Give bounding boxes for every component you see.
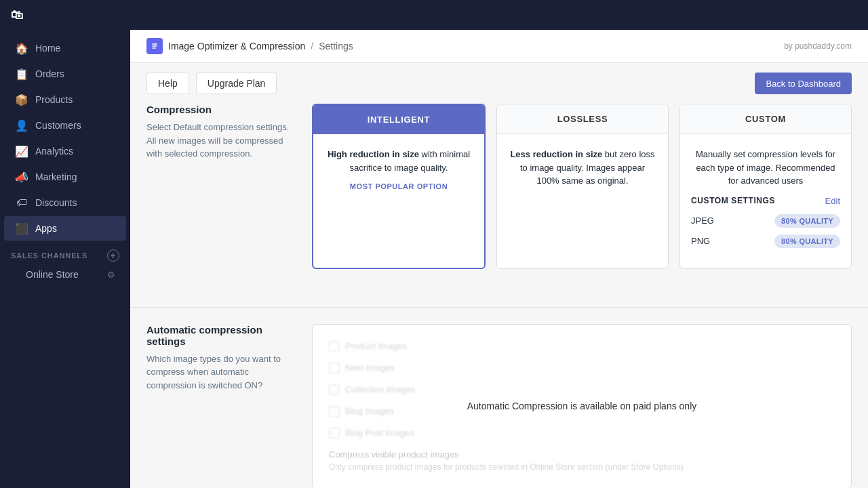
customers-icon: 👤 bbox=[15, 119, 28, 132]
checkbox-blog-images bbox=[329, 406, 340, 417]
app-icon bbox=[146, 38, 163, 54]
custom-card-body: Manually set compression levels for each… bbox=[680, 134, 851, 268]
auto-desc-text: Which image types do you want to compres… bbox=[146, 352, 296, 392]
compression-desc-text: Select Default compression settings. All… bbox=[146, 121, 296, 161]
sidebar-item-home[interactable]: 🏠 Home bbox=[4, 36, 126, 60]
topbar-logo: 🛍 bbox=[11, 8, 23, 22]
sidebar-item-apps-label: Apps bbox=[35, 223, 57, 234]
sidebar-item-customers[interactable]: 👤 Customers bbox=[4, 113, 126, 138]
breadcrumb: Image Optimizer & Compression / Settings bbox=[146, 38, 353, 54]
sidebar-item-apps[interactable]: ⬛ Apps bbox=[4, 216, 126, 241]
lossless-card-body: Less reduction in size but zero loss to … bbox=[497, 134, 668, 209]
sidebar-item-discounts-label: Discounts bbox=[35, 197, 77, 208]
paid-plans-overlay: Automatic Compression is available on pa… bbox=[456, 395, 708, 417]
products-icon: 📦 bbox=[15, 93, 28, 106]
online-store-settings-icon[interactable]: ⚙ bbox=[107, 270, 115, 280]
option-blog-images-label: Blog Images bbox=[345, 406, 394, 416]
custom-settings-label: CUSTOM SETTINGS bbox=[691, 196, 775, 205]
marketing-icon: 📣 bbox=[15, 170, 28, 184]
breadcrumb-separator: / bbox=[311, 41, 313, 52]
sidebar-item-orders-label: Orders bbox=[35, 68, 64, 79]
discounts-icon: 🏷 bbox=[15, 196, 28, 209]
sidebar-item-marketing-label: Marketing bbox=[35, 171, 77, 182]
page-header: Image Optimizer & Compression / Settings… bbox=[130, 30, 868, 63]
apps-icon: ⬛ bbox=[15, 222, 28, 235]
png-quality-row: PNG 80% QUALITY bbox=[691, 235, 840, 248]
jpeg-quality-badge: 80% QUALITY bbox=[774, 214, 840, 228]
lossless-card-desc: Less reduction in size but zero loss to … bbox=[508, 148, 657, 188]
help-button[interactable]: Help bbox=[146, 73, 189, 94]
header-right: by pushdaddy.com bbox=[784, 41, 852, 51]
compression-cards: INTELLIGENT High reduction in size with … bbox=[312, 104, 852, 269]
main-layout: 🏠 Home 📋 Orders 📦 Products 👤 Customers 📈… bbox=[0, 30, 868, 488]
orders-icon: 📋 bbox=[15, 67, 28, 81]
analytics-icon: 📈 bbox=[15, 144, 28, 158]
sidebar-item-home-label: Home bbox=[35, 43, 60, 54]
topbar: 🛍 bbox=[0, 0, 868, 30]
checkbox-collection-images bbox=[329, 384, 340, 395]
breadcrumb-current-page: Settings bbox=[319, 41, 353, 52]
popular-badge: MOST POPULAR OPTION bbox=[324, 182, 473, 190]
auto-section-row: Automatic compression settings Which ima… bbox=[146, 324, 852, 489]
lossless-card-header: LOSSLESS bbox=[497, 104, 668, 134]
sidebar-item-analytics[interactable]: 📈 Analytics bbox=[4, 139, 126, 163]
option-blog-post-images: Blog Post Images bbox=[329, 428, 835, 439]
intelligent-card[interactable]: INTELLIGENT High reduction in size with … bbox=[312, 104, 486, 269]
back-to-dashboard-button[interactable]: Back to Dashboard bbox=[755, 73, 852, 94]
sidebar-item-marketing[interactable]: 📣 Marketing bbox=[4, 165, 126, 189]
upgrade-plan-button[interactable]: Upgrade Plan bbox=[196, 73, 277, 94]
png-label: PNG bbox=[691, 236, 710, 246]
custom-settings-header: CUSTOM SETTINGS Edit bbox=[691, 196, 840, 206]
compression-title: Compression bbox=[146, 104, 296, 115]
compress-visible-label: Compress visible product images bbox=[329, 449, 835, 460]
option-collection-images-label: Collection Images bbox=[345, 384, 415, 394]
auto-card: Product Images Next Images Collection Im… bbox=[312, 324, 852, 489]
home-icon: 🏠 bbox=[15, 41, 28, 55]
sidebar-item-products[interactable]: 📦 Products bbox=[4, 87, 126, 112]
option-next-images-label: Next Images bbox=[345, 363, 395, 373]
auto-compression-section: Automatic compression settings Which ima… bbox=[130, 324, 868, 489]
compress-visible-sublabel: Only compress product images for product… bbox=[329, 462, 835, 472]
sales-channels-section: SALES CHANNELS + bbox=[0, 241, 130, 264]
jpeg-label: JPEG bbox=[691, 216, 714, 226]
blurred-options: Product Images Next Images Collection Im… bbox=[329, 341, 835, 439]
option-product-images: Product Images bbox=[329, 341, 835, 352]
sidebar-item-analytics-label: Analytics bbox=[35, 146, 73, 157]
provider-text: by pushdaddy.com bbox=[784, 41, 852, 51]
section-divider bbox=[130, 307, 868, 308]
option-blog-post-images-label: Blog Post Images bbox=[345, 428, 414, 438]
add-sales-channel-button[interactable]: + bbox=[107, 249, 119, 262]
compression-description: Compression Select Default compression s… bbox=[146, 104, 296, 161]
custom-settings-edit-link[interactable]: Edit bbox=[825, 196, 840, 206]
auto-description: Automatic compression settings Which ima… bbox=[146, 324, 296, 392]
option-next-images: Next Images bbox=[329, 363, 835, 373]
toolbar: Help Upgrade Plan Back to Dashboard bbox=[130, 63, 868, 104]
intelligent-card-desc: High reduction in size with minimal sacr… bbox=[324, 148, 473, 174]
checkbox-blog-post-images bbox=[329, 428, 340, 439]
intelligent-card-header: INTELLIGENT bbox=[313, 105, 484, 134]
option-collection-images: Collection Images bbox=[329, 384, 835, 395]
checkbox-next-images bbox=[329, 363, 340, 373]
checkbox-product-images bbox=[329, 341, 340, 352]
online-store-label: Online Store bbox=[26, 269, 79, 280]
sidebar-item-customers-label: Customers bbox=[35, 120, 81, 131]
intelligent-card-body: High reduction in size with minimal sacr… bbox=[313, 134, 484, 204]
sidebar: 🏠 Home 📋 Orders 📦 Products 👤 Customers 📈… bbox=[0, 30, 130, 488]
sidebar-item-products-label: Products bbox=[35, 94, 73, 105]
auto-title: Automatic compression settings bbox=[146, 324, 296, 347]
png-quality-badge: 80% QUALITY bbox=[774, 235, 840, 248]
sidebar-item-discounts[interactable]: 🏷 Discounts bbox=[4, 190, 126, 215]
sales-channels-label: SALES CHANNELS bbox=[11, 251, 87, 260]
compression-section-row: Compression Select Default compression s… bbox=[146, 104, 852, 269]
custom-card[interactable]: CUSTOM Manually set compression levels f… bbox=[679, 104, 852, 269]
option-product-images-label: Product Images bbox=[345, 341, 407, 351]
lossless-card[interactable]: LOSSLESS Less reduction in size but zero… bbox=[496, 104, 669, 269]
compression-section: Compression Select Default compression s… bbox=[130, 104, 868, 291]
custom-card-header: CUSTOM bbox=[680, 104, 851, 134]
jpeg-quality-row: JPEG 80% QUALITY bbox=[691, 214, 840, 228]
custom-card-desc: Manually set compression levels for each… bbox=[691, 148, 840, 188]
sidebar-item-orders[interactable]: 📋 Orders bbox=[4, 62, 126, 86]
content-area: Image Optimizer & Compression / Settings… bbox=[130, 30, 868, 488]
breadcrumb-app-name[interactable]: Image Optimizer & Compression bbox=[168, 41, 305, 52]
sidebar-item-online-store[interactable]: Online Store ⚙ bbox=[4, 265, 126, 284]
